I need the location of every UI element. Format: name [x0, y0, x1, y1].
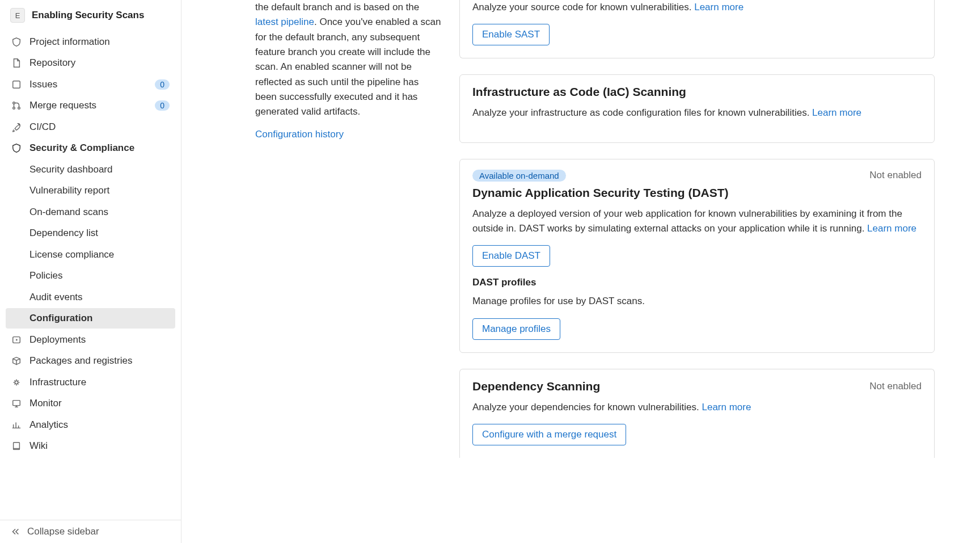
issues-icon	[11, 79, 22, 90]
package-icon	[11, 356, 22, 366]
configure-mr-button[interactable]: Configure with a merge request	[472, 424, 626, 445]
monitor-icon	[11, 398, 22, 409]
manage-profiles-button[interactable]: Manage profiles	[472, 318, 560, 340]
dast-profiles-description: Manage profiles for use by DAST scans.	[472, 294, 922, 309]
svg-point-3	[18, 107, 20, 110]
sidebar-item-label: Merge requests	[29, 100, 147, 111]
project-avatar: E	[10, 8, 25, 23]
sub-item-license-compliance[interactable]: License compliance	[6, 245, 175, 265]
sidebar-item-packages[interactable]: Packages and registries	[6, 351, 175, 371]
dast-learn-more-link[interactable]: Learn more	[867, 223, 916, 234]
collapse-label: Collapse sidebar	[27, 526, 99, 537]
sub-item-security-dashboard[interactable]: Security dashboard	[6, 159, 175, 180]
sidebar-item-label: Security & Compliance	[29, 142, 170, 154]
dast-title: Dynamic Application Security Testing (DA…	[472, 186, 922, 200]
merge-icon	[11, 100, 22, 111]
dast-profiles-title: DAST profiles	[472, 277, 922, 288]
dependency-description: Analyze your dependencies for known vuln…	[472, 400, 922, 415]
sidebar-item-label: Repository	[29, 57, 170, 69]
project-title: Enabling Security Scans	[32, 10, 144, 21]
sidebar-item-wiki[interactable]: Wiki	[6, 436, 175, 456]
book-icon	[11, 441, 22, 451]
dependency-desc-text: Analyze your dependencies for known vuln…	[472, 402, 702, 412]
sidebar-item-issues[interactable]: Issues 0	[6, 74, 175, 95]
configuration-history-link[interactable]: Configuration history	[255, 129, 344, 140]
iac-desc-text: Analyze your infrastructure as code conf…	[472, 107, 812, 118]
available-on-demand-pill: Available on-demand	[472, 170, 566, 182]
sidebar: E Enabling Security Scans Project inform…	[0, 0, 181, 543]
sub-item-dependency-list[interactable]: Dependency list	[6, 223, 175, 243]
sidebar-item-label: Packages and registries	[29, 355, 170, 367]
enable-sast-button[interactable]: Enable SAST	[472, 24, 550, 45]
sidebar-item-label: Infrastructure	[29, 377, 170, 388]
main-content: the default branch and is based on the l…	[181, 0, 980, 543]
intro-text-post: . Once you've enabled a scan for the def…	[255, 16, 441, 117]
sidebar-item-security-compliance[interactable]: Security & Compliance	[6, 138, 175, 158]
sast-learn-more-link[interactable]: Learn more	[694, 2, 744, 12]
sidebar-item-merge-requests[interactable]: Merge requests 0	[6, 95, 175, 116]
svg-point-1	[13, 102, 15, 104]
sidebar-item-infrastructure[interactable]: Infrastructure	[6, 372, 175, 393]
sub-item-policies[interactable]: Policies	[6, 266, 175, 286]
sidebar-item-label: Monitor	[29, 398, 170, 409]
issues-count-badge: 0	[155, 79, 170, 90]
project-header[interactable]: E Enabling Security Scans	[6, 2, 175, 31]
dependency-learn-more-link[interactable]: Learn more	[702, 402, 751, 412]
sidebar-item-cicd[interactable]: CI/CD	[6, 117, 175, 137]
security-sub-items: Security dashboard Vulnerability report …	[6, 159, 175, 329]
svg-rect-6	[13, 401, 20, 406]
iac-learn-more-link[interactable]: Learn more	[812, 107, 861, 118]
iac-title: Infrastructure as Code (IaC) Scanning	[472, 85, 922, 99]
collapse-sidebar-button[interactable]: Collapse sidebar	[0, 520, 181, 543]
sidebar-item-project-information[interactable]: Project information	[6, 32, 175, 52]
sidebar-item-repository[interactable]: Repository	[6, 53, 175, 73]
dependency-card: Dependency Scanning Not enabled Analyze …	[459, 369, 935, 458]
sidebar-item-label: Deployments	[29, 334, 170, 346]
sast-description: Analyze your source code for known vulne…	[472, 0, 922, 15]
analytics-icon	[11, 420, 22, 430]
cloud-icon	[11, 377, 22, 388]
chevron-double-left-icon	[10, 527, 20, 537]
latest-pipeline-link[interactable]: latest pipeline	[255, 16, 314, 27]
sidebar-item-label: Project information	[29, 36, 170, 48]
dependency-status: Not enabled	[869, 381, 922, 392]
intro-paragraph: the default branch and is based on the l…	[255, 0, 442, 120]
sub-item-on-demand-scans[interactable]: On-demand scans	[6, 202, 175, 222]
svg-point-5	[15, 381, 18, 384]
sidebar-item-label: Analytics	[29, 419, 170, 431]
sidebar-item-label: CI/CD	[29, 121, 170, 133]
cards-column: Analyze your source code for known vulne…	[459, 0, 935, 543]
dependency-title: Dependency Scanning	[472, 380, 600, 393]
iac-description: Analyze your infrastructure as code conf…	[472, 106, 922, 120]
deploy-icon	[11, 335, 22, 345]
iac-card: Infrastructure as Code (IaC) Scanning An…	[459, 74, 935, 142]
sidebar-item-monitor[interactable]: Monitor	[6, 393, 175, 414]
svg-point-2	[13, 107, 15, 110]
sast-card: Analyze your source code for known vulne…	[459, 0, 935, 58]
dast-desc-text: Analyze a deployed version of your web a…	[472, 208, 902, 234]
dast-description: Analyze a deployed version of your web a…	[472, 207, 922, 237]
mr-count-badge: 0	[155, 100, 170, 111]
enable-dast-button[interactable]: Enable DAST	[472, 245, 550, 267]
sidebar-item-analytics[interactable]: Analytics	[6, 415, 175, 435]
file-icon	[11, 58, 22, 68]
svg-rect-0	[13, 81, 20, 88]
dast-card: Available on-demand Not enabled Dynamic …	[459, 159, 935, 353]
dast-status: Not enabled	[869, 170, 922, 181]
sidebar-item-deployments[interactable]: Deployments	[6, 330, 175, 350]
intro-text-pre: the default branch and is based on the	[255, 2, 419, 12]
sub-item-audit-events[interactable]: Audit events	[6, 287, 175, 308]
intro-column: the default branch and is based on the l…	[255, 0, 459, 543]
sidebar-item-label: Issues	[29, 79, 147, 90]
rocket-icon	[11, 122, 22, 132]
sast-desc-text: Analyze your source code for known vulne…	[472, 2, 694, 12]
sub-item-vulnerability-report[interactable]: Vulnerability report	[6, 180, 175, 201]
project-icon	[11, 37, 22, 47]
sidebar-item-label: Wiki	[29, 440, 170, 452]
sub-item-configuration[interactable]: Configuration	[6, 308, 175, 329]
shield-icon	[11, 143, 22, 153]
